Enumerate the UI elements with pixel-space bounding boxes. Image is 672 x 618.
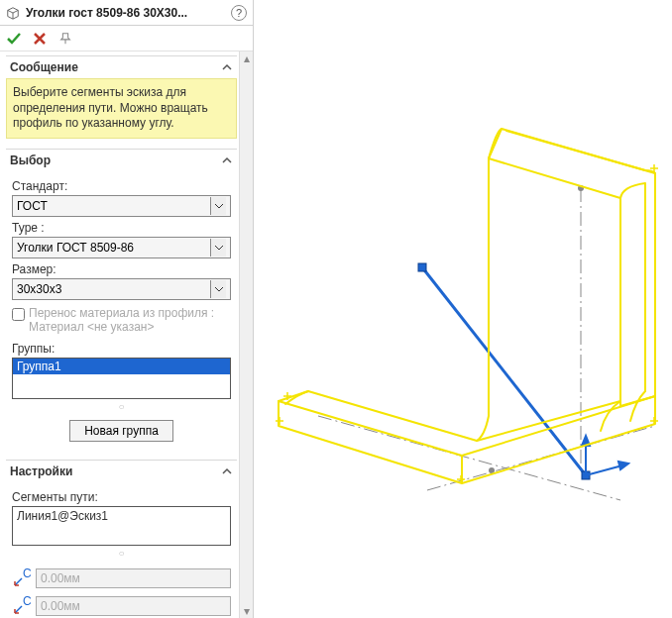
section-selection: Выбор Стандарт: ГОСТ Type : Уголки ГОСТ … [6,149,237,454]
svg-text:C1: C1 [23,568,32,580]
path-segment-value: Линия1@Эскиз1 [17,509,226,523]
offset-c1-icon: C1 [12,568,32,588]
pin-button[interactable] [57,31,73,47]
resize-handle-icon[interactable]: ○ [12,399,231,414]
chevron-up-icon [221,154,233,166]
path-segments-label: Сегменты пути: [12,490,231,504]
cancel-button[interactable] [32,31,48,47]
chevron-down-icon [210,239,226,257]
graphics-viewport[interactable] [254,0,672,618]
scroll-up-icon[interactable]: ▴ [240,52,253,65]
section-message: Сообщение Выберите сегменты эскиза для о… [6,55,237,143]
offset-c2-row: C2 0.00мм [12,596,231,616]
chevron-down-icon [210,197,226,215]
panel-titlebar: Уголки гост 8509-86 30X30... ? [0,0,253,26]
message-text: Выберите сегменты эскиза для определения… [6,78,237,139]
panel-scrollbar[interactable]: ▴ ▾ [239,52,253,618]
group-item[interactable]: Группа1 [13,359,230,374]
section-selection-header[interactable]: Выбор [6,149,237,171]
resize-handle-icon[interactable]: ○ [12,546,231,561]
type-value: Уголки ГОСТ 8509-86 [17,241,210,255]
action-bar [0,26,253,52]
ok-button[interactable] [6,31,22,47]
standard-value: ГОСТ [17,199,210,213]
section-settings-title: Настройки [10,464,72,478]
section-settings: Настройки Сегменты пути: Линия1@Эскиз1 ○ [6,460,237,618]
section-message-title: Сообщение [10,60,78,74]
chevron-up-icon [221,465,233,477]
svg-text:C2: C2 [23,596,32,608]
panel-title: Уголки гост 8509-86 30X30... [26,6,225,20]
standard-label: Стандарт: [12,179,231,193]
svg-rect-8 [418,263,426,271]
model-preview [254,0,672,618]
type-select[interactable]: Уголки ГОСТ 8509-86 [12,237,231,258]
feature-icon [6,6,20,20]
offset-c2-input[interactable]: 0.00мм [36,596,231,616]
scroll-down-icon[interactable]: ▾ [240,604,253,618]
groups-label: Группы: [12,342,231,356]
svg-line-7 [422,267,586,475]
chevron-down-icon [210,280,226,298]
material-transfer-input[interactable] [12,308,25,321]
svg-marker-13 [618,462,628,469]
section-settings-header[interactable]: Настройки [6,460,237,482]
panel-scroll[interactable]: Сообщение Выберите сегменты эскиза для о… [0,52,239,618]
section-selection-title: Выбор [10,154,51,167]
svg-line-4 [318,416,620,500]
offset-c1-row: C1 0.00мм [12,568,231,588]
size-label: Размер: [12,262,231,276]
path-segments-input[interactable]: Линия1@Эскиз1 [12,506,231,546]
svg-line-12 [586,465,622,475]
size-value: 30x30x3 [17,282,210,296]
section-message-header[interactable]: Сообщение [6,55,237,78]
size-select[interactable]: 30x30x3 [12,278,231,300]
groups-listbox[interactable]: Группа1 [12,358,231,399]
help-icon[interactable]: ? [231,5,247,21]
offset-c1-value: 0.00мм [41,571,80,585]
property-panel: Уголки гост 8509-86 30X30... ? Сообщение [0,0,254,618]
material-transfer-checkbox[interactable]: Перенос материала из профиля : Материал … [12,306,231,334]
chevron-up-icon [221,61,233,73]
new-group-button[interactable]: Новая группа [69,420,173,442]
standard-select[interactable]: ГОСТ [12,195,231,217]
offset-c1-input[interactable]: 0.00мм [36,568,231,588]
offset-c2-icon: C2 [12,596,32,616]
offset-c2-value: 0.00мм [41,599,80,613]
type-label: Type : [12,221,231,235]
material-transfer-label: Перенос материала из профиля : Материал … [29,306,231,334]
